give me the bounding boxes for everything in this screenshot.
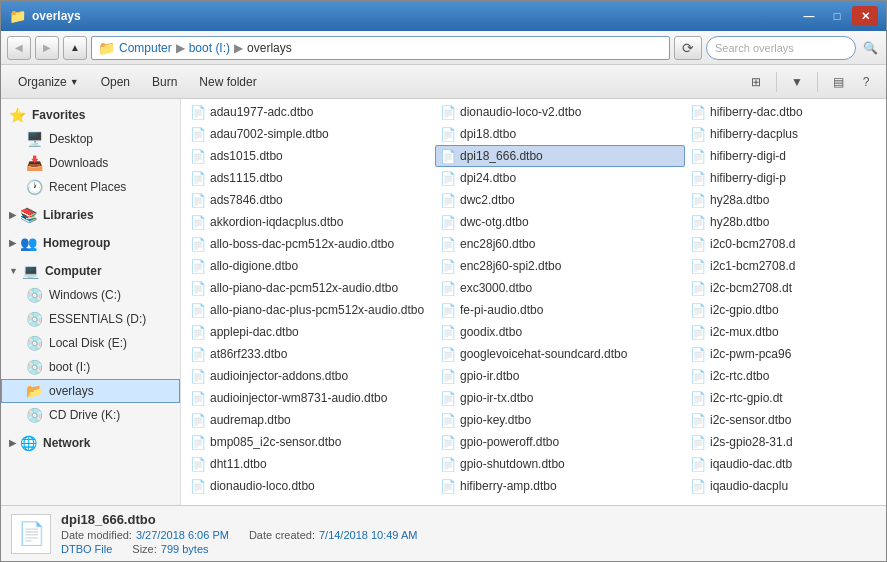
- file-item[interactable]: 📄enc28j60-spi2.dtbo: [435, 255, 685, 277]
- file-item[interactable]: 📄i2c-mux.dtbo: [685, 321, 886, 343]
- file-item[interactable]: 📄dionaudio-loco.dtbo: [185, 475, 435, 497]
- file-item[interactable]: 📄i2c0-bcm2708.d: [685, 233, 886, 255]
- file-item[interactable]: 📄hifiberry-dac.dtbo: [685, 101, 886, 123]
- file-item[interactable]: 📄enc28j60.dtbo: [435, 233, 685, 255]
- close-button[interactable]: ✕: [852, 6, 878, 26]
- file-item[interactable]: 📄ads1115.dtbo: [185, 167, 435, 189]
- file-item[interactable]: 📄i2c-pwm-pca96: [685, 343, 886, 365]
- sidebar-item-windows-c[interactable]: 💿 Windows (C:): [1, 283, 180, 307]
- file-item[interactable]: 📄hifiberry-digi-p: [685, 167, 886, 189]
- file-item[interactable]: 📄gpio-poweroff.dtbo: [435, 431, 685, 453]
- file-item[interactable]: 📄hifiberry-digi-d: [685, 145, 886, 167]
- file-list-container[interactable]: 📄adau1977-adc.dtbo📄dionaudio-loco-v2.dtb…: [181, 99, 886, 505]
- toolbar: Organize ▼ Open Burn New folder ⊞ ▼ ▤ ?: [1, 65, 886, 99]
- file-item[interactable]: 📄dpi18.dtbo: [435, 123, 685, 145]
- file-item[interactable]: 📄gpio-ir.dtbo: [435, 365, 685, 387]
- file-item[interactable]: 📄dpi24.dtbo: [435, 167, 685, 189]
- organize-button[interactable]: Organize ▼: [9, 69, 88, 95]
- file-icon: 📄: [690, 325, 706, 340]
- file-item[interactable]: 📄allo-boss-dac-pcm512x-audio.dtbo: [185, 233, 435, 255]
- new-folder-button[interactable]: New folder: [190, 69, 265, 95]
- views-dropdown-button[interactable]: ▼: [785, 70, 809, 94]
- overlays-icon: 📂: [26, 383, 43, 399]
- forward-button[interactable]: ▶: [35, 36, 59, 60]
- open-button[interactable]: Open: [92, 69, 139, 95]
- file-item[interactable]: 📄exc3000.dtbo: [435, 277, 685, 299]
- file-item[interactable]: 📄dionaudio-loco-v2.dtbo: [435, 101, 685, 123]
- search-button[interactable]: 🔍: [860, 37, 880, 59]
- file-item[interactable]: 📄i2c-sensor.dtbo: [685, 409, 886, 431]
- sidebar-header-computer[interactable]: ▼ 💻 Computer: [1, 259, 180, 283]
- back-button[interactable]: ◀: [7, 36, 31, 60]
- file-item[interactable]: 📄i2c-rtc.dtbo: [685, 365, 886, 387]
- search-box[interactable]: Search overlays: [706, 36, 856, 60]
- sidebar-header-homegroup[interactable]: ▶ 👥 Homegroup: [1, 231, 180, 255]
- sidebar-header-favorites[interactable]: ⭐ Favorites: [1, 103, 180, 127]
- file-item[interactable]: 📄i2c-bcm2708.dt: [685, 277, 886, 299]
- breadcrumb-boot[interactable]: boot (I:): [189, 41, 230, 55]
- sidebar-item-desktop[interactable]: 🖥️ Desktop: [1, 127, 180, 151]
- file-item[interactable]: 📄adau1977-adc.dtbo: [185, 101, 435, 123]
- file-item[interactable]: 📄i2c-gpio.dtbo: [685, 299, 886, 321]
- file-item[interactable]: 📄iqaudio-dac.dtb: [685, 453, 886, 475]
- file-item[interactable]: 📄applepi-dac.dtbo: [185, 321, 435, 343]
- file-item[interactable]: 📄audioinjector-addons.dtbo: [185, 365, 435, 387]
- file-item[interactable]: 📄ads7846.dtbo: [185, 189, 435, 211]
- file-item[interactable]: 📄gpio-shutdown.dtbo: [435, 453, 685, 475]
- file-item[interactable]: 📄hifiberry-dacplus: [685, 123, 886, 145]
- file-item[interactable]: 📄i2s-gpio28-31.d: [685, 431, 886, 453]
- file-item[interactable]: 📄audioinjector-wm8731-audio.dtbo: [185, 387, 435, 409]
- breadcrumb-computer[interactable]: Computer: [119, 41, 172, 55]
- file-item[interactable]: 📄ads1015.dtbo: [185, 145, 435, 167]
- file-name: hifiberry-amp.dtbo: [460, 479, 557, 493]
- maximize-button[interactable]: □: [824, 6, 850, 26]
- preview-pane-button[interactable]: ▤: [826, 70, 850, 94]
- sidebar-item-recent[interactable]: 🕐 Recent Places: [1, 175, 180, 199]
- sidebar-item-local-e[interactable]: 💿 Local Disk (E:): [1, 331, 180, 355]
- file-item[interactable]: 📄audremap.dtbo: [185, 409, 435, 431]
- file-item[interactable]: 📄adau7002-simple.dtbo: [185, 123, 435, 145]
- sidebar-item-downloads[interactable]: 📥 Downloads: [1, 151, 180, 175]
- file-item[interactable]: 📄i2c1-bcm2708.d: [685, 255, 886, 277]
- file-item[interactable]: 📄at86rf233.dtbo: [185, 343, 435, 365]
- file-item[interactable]: 📄bmp085_i2c-sensor.dtbo: [185, 431, 435, 453]
- file-icon: 📄: [190, 127, 206, 142]
- file-icon: 📄: [690, 127, 706, 142]
- file-item[interactable]: 📄akkordion-iqdacplus.dtbo: [185, 211, 435, 233]
- file-item[interactable]: 📄hy28a.dtbo: [685, 189, 886, 211]
- toolbar-separator: [776, 72, 777, 92]
- help-button[interactable]: ?: [854, 70, 878, 94]
- sidebar-item-cd-k[interactable]: 💿 CD Drive (K:): [1, 403, 180, 427]
- file-item[interactable]: 📄dwc2.dtbo: [435, 189, 685, 211]
- file-item[interactable]: 📄dwc-otg.dtbo: [435, 211, 685, 233]
- file-item[interactable]: 📄iqaudio-dacplu: [685, 475, 886, 497]
- address-path[interactable]: 📁 Computer ▶ boot (I:) ▶ overlays: [91, 36, 670, 60]
- file-item[interactable]: 📄allo-piano-dac-plus-pcm512x-audio.dtbo: [185, 299, 435, 321]
- sidebar-header-network[interactable]: ▶ 🌐 Network: [1, 431, 180, 455]
- sidebar-item-overlays[interactable]: 📂 overlays: [1, 379, 180, 403]
- sidebar-item-boot-i[interactable]: 💿 boot (I:): [1, 355, 180, 379]
- file-icon: 📄: [190, 479, 206, 494]
- file-item[interactable]: 📄hy28b.dtbo: [685, 211, 886, 233]
- views-button[interactable]: ⊞: [744, 70, 768, 94]
- file-icon: 📄: [440, 259, 456, 274]
- file-item[interactable]: 📄dpi18_666.dtbo: [435, 145, 685, 167]
- file-item[interactable]: 📄allo-digione.dtbo: [185, 255, 435, 277]
- refresh-button[interactable]: ⟳: [674, 36, 702, 60]
- sidebar-header-libraries[interactable]: ▶ 📚 Libraries: [1, 203, 180, 227]
- file-item[interactable]: 📄i2c-rtc-gpio.dt: [685, 387, 886, 409]
- file-item[interactable]: 📄gpio-key.dtbo: [435, 409, 685, 431]
- burn-button[interactable]: Burn: [143, 69, 186, 95]
- breadcrumb-overlays[interactable]: overlays: [247, 41, 292, 55]
- file-item[interactable]: 📄hifiberry-amp.dtbo: [435, 475, 685, 497]
- up-button[interactable]: ▲: [63, 36, 87, 60]
- file-item[interactable]: 📄gpio-ir-tx.dtbo: [435, 387, 685, 409]
- sidebar-item-essentials-d[interactable]: 💿 ESSENTIALS (D:): [1, 307, 180, 331]
- file-item[interactable]: 📄googlevoicehat-soundcard.dtbo: [435, 343, 685, 365]
- file-item[interactable]: 📄dht11.dtbo: [185, 453, 435, 475]
- file-item[interactable]: 📄fe-pi-audio.dtbo: [435, 299, 685, 321]
- file-name: dht11.dtbo: [210, 457, 267, 471]
- minimize-button[interactable]: —: [796, 6, 822, 26]
- file-item[interactable]: 📄goodix.dtbo: [435, 321, 685, 343]
- file-item[interactable]: 📄allo-piano-dac-pcm512x-audio.dtbo: [185, 277, 435, 299]
